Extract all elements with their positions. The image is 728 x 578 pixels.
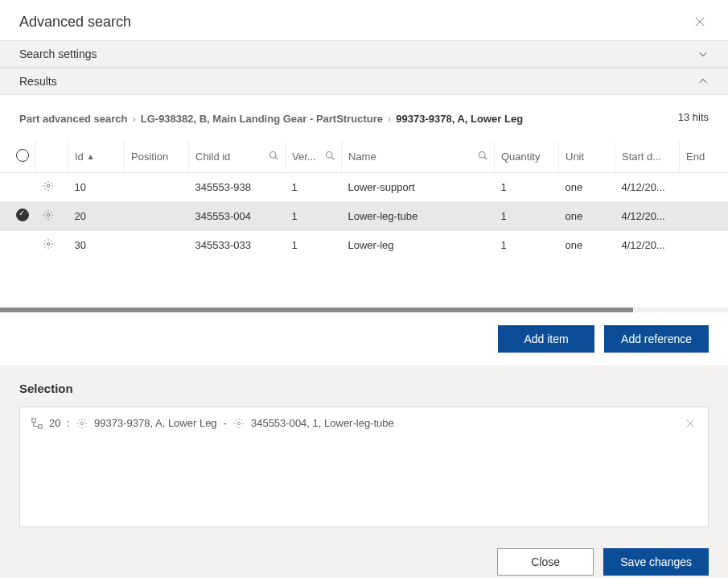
svg-rect-12	[39, 424, 42, 427]
selection-parent: 99373-9378, A, Lower Leg	[94, 417, 217, 429]
gear-icon[interactable]	[233, 418, 245, 429]
svg-line-7	[484, 157, 487, 159]
breadcrumb: Part advanced search › LG-938382, B, Mai…	[19, 113, 523, 125]
section-title: Results	[19, 75, 57, 88]
cell-start-date: 4/12/20...	[615, 173, 680, 202]
table-row[interactable]: 10345553-9381Lower-support1one4/12/20...	[0, 173, 728, 202]
svg-point-6	[479, 152, 486, 159]
svg-point-10	[47, 242, 50, 246]
hierarchy-icon	[31, 418, 43, 429]
breadcrumb-area: Part advanced search › LG-938382, B, Mai…	[0, 95, 728, 141]
cell-id: 20	[68, 201, 125, 231]
svg-point-2	[270, 152, 277, 159]
cell-position	[125, 231, 189, 259]
svg-line-5	[331, 157, 334, 159]
cell-child-id: 345553-004	[189, 201, 286, 231]
close-icon[interactable]	[691, 13, 709, 31]
col-version[interactable]: Ver...	[286, 141, 342, 173]
selection-title: Selection	[19, 382, 709, 395]
svg-point-9	[47, 213, 50, 217]
svg-point-16	[237, 422, 241, 425]
cell-quantity: 1	[495, 173, 559, 202]
breadcrumb-current: 99373-9378, A, Lower Leg	[396, 113, 523, 125]
selection-panel: Selection 20 : 99373-9378, A, Lower Leg …	[0, 365, 728, 535]
cell-end	[680, 201, 729, 231]
cell-id: 10	[68, 173, 125, 202]
selection-id: 20	[49, 417, 60, 429]
selection-item: 20 : 99373-9378, A, Lower Leg - 345553-0…	[31, 417, 394, 429]
row-checkbox[interactable]	[16, 208, 29, 221]
col-unit[interactable]: Unit	[559, 141, 615, 173]
table-row[interactable]: 20345553-0041Lower-leg-tube1one4/12/20..…	[0, 201, 728, 231]
add-item-button[interactable]: Add item	[498, 325, 594, 353]
cell-unit: one	[559, 173, 615, 202]
sort-asc-icon: ▲	[87, 152, 95, 161]
action-buttons: Add item Add reference	[0, 312, 728, 365]
selection-dash: -	[224, 417, 227, 429]
gear-icon[interactable]	[43, 209, 54, 221]
close-button[interactable]: Close	[497, 548, 594, 576]
section-title: Search settings	[19, 47, 97, 60]
cell-version: 1	[286, 231, 342, 259]
dialog-title: Advanced search	[19, 14, 131, 31]
section-search-settings[interactable]: Search settings	[0, 40, 728, 68]
svg-point-15	[80, 422, 84, 425]
breadcrumb-sep-icon: ›	[132, 113, 135, 125]
cell-position	[125, 201, 189, 231]
cell-child-id: 345553-938	[189, 173, 286, 202]
results-table: Id ▲ Position Child id Ver... Name	[0, 141, 728, 259]
col-position[interactable]: Position	[125, 141, 189, 173]
section-results[interactable]: Results	[0, 68, 728, 95]
remove-selection-icon[interactable]	[684, 417, 697, 430]
breadcrumb-item[interactable]: LG-938382, B, Main Landing Gear - PartSt…	[141, 113, 383, 125]
selection-card: 20 : 99373-9378, A, Lower Leg - 345553-0…	[19, 407, 709, 527]
gear-icon[interactable]	[76, 418, 88, 429]
search-icon[interactable]	[478, 151, 487, 160]
col-quantity[interactable]: Quantity	[495, 141, 559, 173]
cell-version: 1	[286, 201, 342, 231]
col-name[interactable]: Name	[342, 141, 495, 173]
gear-icon[interactable]	[43, 238, 54, 250]
cell-quantity: 1	[495, 201, 559, 231]
table-row[interactable]: 30345533-0331Lower-leg1one4/12/20...	[0, 231, 728, 259]
cell-name: Lower-leg-tube	[342, 201, 495, 231]
cell-name: Lower-support	[342, 173, 495, 202]
gear-icon[interactable]	[43, 180, 54, 192]
cell-position	[125, 173, 189, 202]
col-end[interactable]: End	[680, 141, 729, 173]
cell-name: Lower-leg	[342, 231, 495, 259]
save-changes-button[interactable]: Save changes	[603, 548, 709, 576]
cell-end	[680, 231, 729, 259]
horizontal-scrollbar[interactable]	[0, 308, 728, 312]
chevron-down-icon	[697, 48, 709, 60]
cell-child-id: 345533-033	[189, 231, 286, 259]
col-select[interactable]	[0, 141, 36, 173]
svg-point-8	[47, 184, 50, 188]
cell-quantity: 1	[495, 231, 559, 259]
svg-point-4	[327, 152, 333, 159]
cell-end	[680, 173, 729, 202]
breadcrumb-item[interactable]: Part advanced search	[19, 113, 127, 125]
col-actions	[36, 141, 68, 173]
selection-separator: :	[67, 417, 70, 429]
dialog-header: Advanced search	[0, 0, 728, 40]
svg-line-3	[275, 157, 278, 159]
selection-child: 345553-004, 1, Lower-leg-tube	[251, 417, 394, 429]
col-child-id[interactable]: Child id	[189, 141, 286, 173]
cell-id: 30	[68, 231, 125, 259]
svg-rect-11	[32, 418, 35, 421]
select-all-checkbox[interactable]	[16, 149, 29, 162]
col-start-date[interactable]: Start d...	[615, 141, 680, 173]
hit-count: 13 hits	[678, 111, 709, 123]
cell-unit: one	[559, 231, 615, 259]
cell-start-date: 4/12/20...	[615, 231, 680, 259]
cell-start-date: 4/12/20...	[615, 201, 680, 231]
add-reference-button[interactable]: Add reference	[604, 325, 709, 353]
search-icon[interactable]	[325, 151, 335, 160]
breadcrumb-sep-icon: ›	[388, 113, 391, 125]
cell-unit: one	[559, 201, 615, 231]
col-id[interactable]: Id ▲	[68, 141, 125, 173]
cell-version: 1	[286, 173, 342, 202]
scrollbar-thumb[interactable]	[0, 308, 633, 312]
search-icon[interactable]	[269, 151, 278, 160]
